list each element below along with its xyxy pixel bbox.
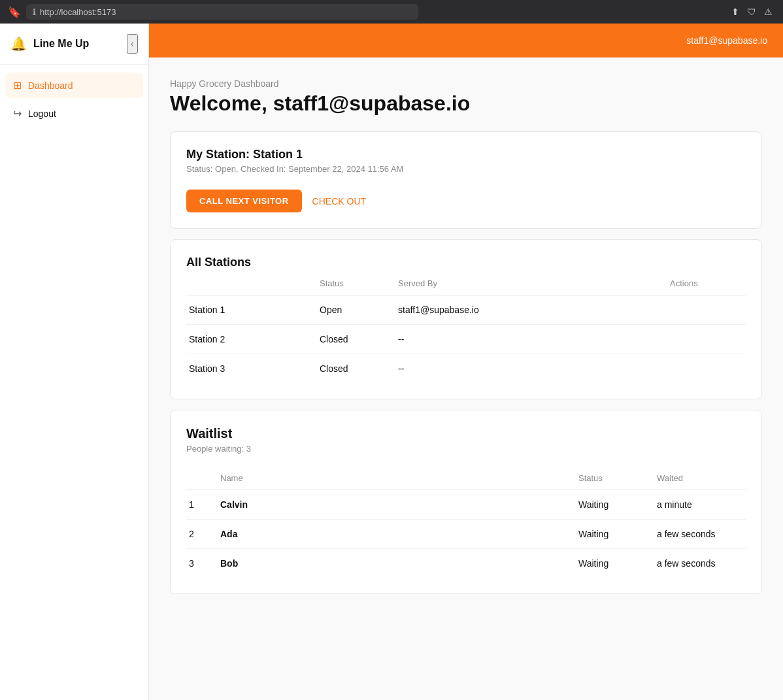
bookmark-icon: 🔖 [8,6,21,18]
shield-icon: 🛡 [744,5,759,18]
waitlist-status: Waiting [576,499,654,510]
stations-col-served-by: Served By [395,278,667,288]
waitlist-col-status: Status [576,473,654,483]
logout-icon: ↪ [13,107,22,120]
station-status: Closed [317,363,395,374]
stations-table-header: Status Served By Actions [186,272,746,295]
table-row: Station 2 Closed -- [186,325,746,354]
waitlist-waited: a minute [654,499,746,510]
browser-chrome: 🔖 ℹ http://localhost:5173 ⬆ 🛡 ⚠ [0,0,783,24]
table-row: 1 Calvin Waiting a minute [186,490,746,520]
sidebar-brand: 🔔 Line Me Up [10,36,89,52]
sidebar-item-logout[interactable]: ↪ Logout [5,101,143,126]
waitlist-col-name: Name [218,473,576,483]
sidebar: 🔔 Line Me Up ‹ ⊞ Dashboard ↪ Logout [0,24,149,700]
waitlist-subtitle: People waiting: 3 [186,444,746,454]
alert-icon: ⚠ [761,5,775,18]
table-row: 2 Ada Waiting a few seconds [186,520,746,549]
station-name: Station 3 [186,363,317,374]
sidebar-item-label-logout: Logout [28,108,56,119]
url-bar[interactable]: ℹ http://localhost:5173 [26,4,418,20]
page-subtitle: Happy Grocery Dashboard [170,78,762,89]
station-served-by: -- [395,334,667,344]
sidebar-item-label-dashboard: Dashboard [28,80,73,91]
url-text: http://localhost:5173 [40,7,116,17]
stations-col-status: Status [317,278,395,288]
top-header: staff1@supabase.io [149,24,783,58]
station-status: Open [317,305,395,315]
waitlist-name: Ada [218,529,576,539]
header-user-email: staff1@supabase.io [686,35,767,46]
waitlist-col-waited: Waited [654,473,746,483]
stations-col-name [186,278,317,288]
waitlist-waited: a few seconds [654,558,746,569]
station-served-by: -- [395,363,667,374]
waitlist-col-number [186,473,218,483]
sidebar-nav: ⊞ Dashboard ↪ Logout [0,65,148,700]
waitlist-number: 2 [186,529,218,539]
waitlist-title: Waitlist [186,426,746,441]
table-row: Station 3 Closed -- [186,354,746,383]
station-served-by: staff1@supabase.io [395,305,667,315]
info-icon: ℹ [33,7,36,17]
table-row: Station 1 Open staff1@supabase.io [186,295,746,325]
page-title: Welcome, staff1@supabase.io [170,92,762,116]
share-icon: ⬆ [729,5,742,18]
page-content: Happy Grocery Dashboard Welcome, staff1@… [149,58,783,700]
waitlist-name: Calvin [218,499,576,510]
sidebar-header: 🔔 Line Me Up ‹ [0,24,148,65]
waitlist-status: Waiting [576,558,654,569]
my-station-title: My Station: Station 1 [186,148,746,161]
station-name: Station 1 [186,305,317,315]
waitlist-number: 3 [186,558,218,569]
waitlist-table-header: Name Status Waited [186,467,746,490]
waitlist-card: Waitlist People waiting: 3 Name Status W… [170,410,762,594]
browser-actions: ⬆ 🛡 ⚠ [729,5,775,18]
sidebar-collapse-button[interactable]: ‹ [127,34,138,54]
sidebar-item-dashboard[interactable]: ⊞ Dashboard [5,73,143,98]
main-content: staff1@supabase.io Happy Grocery Dashboa… [149,24,783,700]
all-stations-title: All Stations [186,256,746,269]
brand-name: Line Me Up [33,38,89,50]
waitlist-status: Waiting [576,529,654,539]
call-next-visitor-button[interactable]: CALL NEXT VISITOR [186,190,302,212]
station-status: Closed [317,334,395,344]
app-container: 🔔 Line Me Up ‹ ⊞ Dashboard ↪ Logout staf… [0,24,783,700]
station-name: Station 2 [186,334,317,344]
dashboard-icon: ⊞ [13,79,22,92]
bell-icon: 🔔 [10,36,27,52]
waitlist-name: Bob [218,558,576,569]
my-station-status: Status: Open, Checked In: September 22, … [186,164,746,174]
waitlist-waited: a few seconds [654,529,746,539]
checkout-button[interactable]: CHECK OUT [312,196,366,207]
table-row: 3 Bob Waiting a few seconds [186,549,746,578]
stations-col-actions: Actions [667,278,746,288]
waitlist-number: 1 [186,499,218,510]
waitlist-table: Name Status Waited 1 Calvin Waiting a mi… [186,467,746,578]
my-station-card: My Station: Station 1 Status: Open, Chec… [170,131,762,229]
stations-table: Status Served By Actions Station 1 Open … [186,272,746,383]
station-actions: CALL NEXT VISITOR CHECK OUT [186,190,746,212]
all-stations-card: All Stations Status Served By Actions St… [170,239,762,399]
